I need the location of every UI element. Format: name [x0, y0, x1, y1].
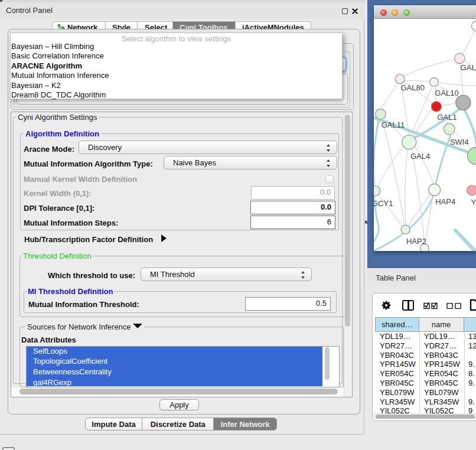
svg-text:GAL80: GAL80: [401, 83, 425, 92]
svg-text:GAL10: GAL10: [435, 89, 458, 97]
svg-text:GAL1: GAL1: [437, 113, 457, 122]
svg-text:GAL4: GAL4: [410, 152, 430, 161]
svg-text:HAP4: HAP4: [435, 197, 455, 206]
svg-text:GAL7: GAL7: [461, 63, 476, 72]
svg-text:GCY1: GCY1: [374, 199, 393, 208]
svg-text:YB: YB: [471, 198, 476, 207]
svg-text:SWI4: SWI4: [450, 138, 469, 146]
svg-text:HAP2: HAP2: [406, 237, 426, 246]
svg-text:GAL11: GAL11: [382, 120, 405, 129]
